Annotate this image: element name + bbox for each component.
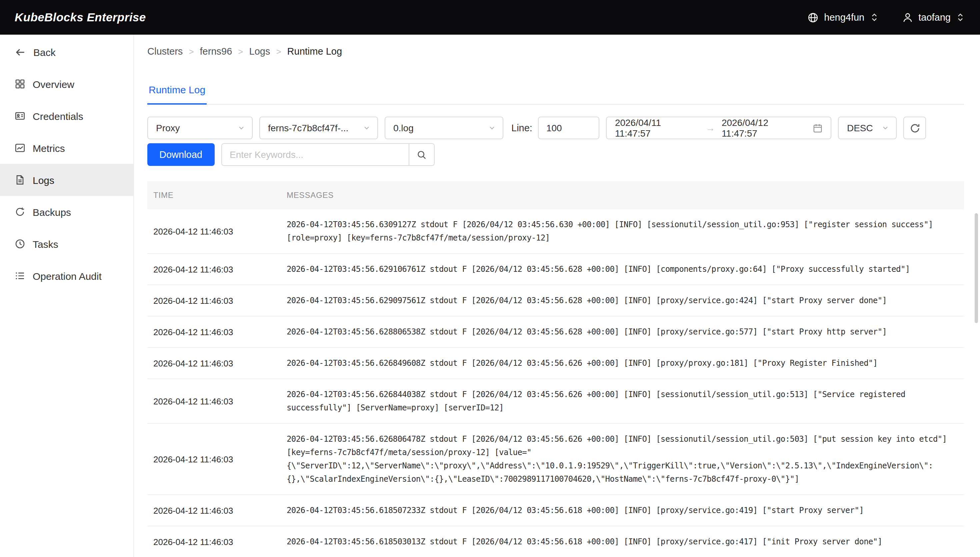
log-time-cell: 2026-04-12 11:46:03	[147, 295, 287, 306]
sort-order-value: DESC	[847, 122, 873, 133]
sidebar-item-metrics[interactable]: Metrics	[0, 132, 133, 164]
calendar-icon	[813, 123, 823, 133]
pod-select-value: ferns-7c7b8cf47f-...	[268, 122, 348, 133]
breadcrumb-separator: >	[238, 46, 243, 56]
refresh-icon	[909, 122, 921, 134]
org-name: heng4fun	[824, 12, 864, 23]
user-menu[interactable]: taofang	[902, 11, 964, 23]
action-row: Download	[147, 143, 964, 166]
table-row: 2026-04-12 11:46:03 2026-04-12T03:45:56.…	[147, 424, 964, 495]
filter-row: Proxy ferns-7c7b8cf47f-... 0.log Line:	[147, 117, 964, 139]
table-row: 2026-04-12 11:46:03 2026-04-12T03:45:56.…	[147, 254, 964, 285]
log-file-select-value: 0.log	[393, 122, 414, 133]
breadcrumb-logs[interactable]: Logs	[249, 46, 270, 57]
log-time-cell: 2026-04-12 11:46:03	[147, 396, 287, 406]
chevron-down-icon	[363, 124, 371, 132]
document-icon	[15, 174, 25, 185]
time-column-header: TIME	[147, 191, 287, 200]
log-time-cell: 2026-04-12 11:46:03	[147, 537, 287, 547]
keywords-input[interactable]	[222, 144, 408, 165]
log-time-cell: 2026-04-12 11:46:03	[147, 327, 287, 337]
component-select-value: Proxy	[156, 122, 180, 133]
tab-bar: Runtime Log	[147, 79, 964, 104]
tab-runtime-log[interactable]: Runtime Log	[147, 79, 207, 104]
line-count-input[interactable]	[538, 117, 600, 139]
sidebar-nav: Overview Credentials	[0, 68, 133, 292]
date-range-picker[interactable]: 2026/04/11 11:47:57 → 2026/04/12 11:47:5…	[607, 117, 832, 139]
org-selector[interactable]: heng4fun	[807, 11, 878, 23]
user-icon	[902, 11, 913, 23]
log-message-cell: 2026-04-12T03:45:56.629097561Z stdout F …	[287, 294, 964, 307]
main-content: Clusters > ferns96 > Logs > Runtime Log …	[134, 35, 980, 557]
scrollbar-thumb[interactable]	[975, 213, 978, 323]
sidebar-item-tasks[interactable]: Tasks	[0, 228, 133, 260]
id-card-icon	[15, 111, 25, 121]
log-time-cell: 2026-04-12 11:46:03	[147, 454, 287, 464]
sidebar-item-label: Backups	[33, 206, 71, 218]
sidebar-item-backups[interactable]: Backups	[0, 196, 133, 228]
breadcrumb-runtime-log: Runtime Log	[287, 46, 342, 57]
chevron-updown-icon	[870, 13, 878, 22]
chevron-down-icon	[237, 124, 245, 132]
breadcrumb-cluster-name[interactable]: ferns96	[200, 46, 232, 57]
refresh-button[interactable]	[904, 117, 926, 139]
component-select[interactable]: Proxy	[147, 117, 253, 139]
table-row: 2026-04-12 11:46:03 2026-04-12T03:45:56.…	[147, 495, 964, 526]
messages-column-header: MESSAGES	[287, 191, 964, 200]
user-name: taofang	[918, 12, 951, 23]
pod-select[interactable]: ferns-7c7b8cf47f-...	[259, 117, 378, 139]
log-message-cell: 2026-04-12T03:45:56.626849608Z stdout F …	[287, 357, 964, 370]
brand-logo: KubeBlocks Enterprise	[15, 10, 146, 24]
list-icon	[15, 270, 25, 281]
sidebar-item-label: Tasks	[33, 238, 58, 249]
grid-icon	[15, 79, 25, 89]
sidebar-item-logs[interactable]: Logs	[0, 164, 133, 196]
log-time-cell: 2026-04-12 11:46:03	[147, 358, 287, 368]
breadcrumb-separator: >	[276, 46, 281, 56]
table-row: 2026-04-12 11:46:03 2026-04-12T03:45:56.…	[147, 379, 964, 424]
log-time-cell: 2026-04-12 11:46:03	[147, 226, 287, 236]
sidebar-item-label: Metrics	[33, 142, 65, 153]
sort-order-select[interactable]: DESC	[838, 117, 897, 139]
log-time-cell: 2026-04-12 11:46:03	[147, 505, 287, 515]
clock-icon	[15, 239, 25, 249]
arrow-left-icon	[15, 46, 26, 58]
sidebar-item-overview[interactable]: Overview	[0, 68, 133, 100]
log-time-cell: 2026-04-12 11:46:03	[147, 264, 287, 274]
table-row: 2026-04-12 11:46:03 2026-04-12T03:45:56.…	[147, 316, 964, 348]
log-table: TIME MESSAGES 2026-04-12 11:46:03 2026-0…	[147, 181, 964, 557]
chevron-down-icon	[488, 124, 496, 132]
log-message-cell: 2026-04-12T03:45:56.626844038Z stdout F …	[287, 388, 964, 414]
log-file-select[interactable]: 0.log	[385, 117, 503, 139]
breadcrumb-separator: >	[189, 46, 194, 56]
chevron-down-icon	[882, 124, 890, 132]
sidebar-item-credentials[interactable]: Credentials	[0, 100, 133, 132]
log-message-cell: 2026-04-12T03:45:56.628806538Z stdout F …	[287, 325, 964, 339]
date-to-value: 2026/04/12 11:47:57	[722, 117, 806, 138]
sidebar-item-label: Overview	[33, 78, 74, 90]
topbar: KubeBlocks Enterprise heng4fun	[0, 0, 980, 35]
sidebar-item-label: Operation Audit	[33, 270, 102, 282]
log-message-cell: 2026-04-12T03:45:56.6309127Z stdout F [2…	[287, 218, 964, 244]
breadcrumb: Clusters > ferns96 > Logs > Runtime Log	[147, 44, 964, 59]
back-label: Back	[33, 46, 55, 58]
sidebar-item-label: Logs	[33, 174, 54, 186]
breadcrumb-clusters[interactable]: Clusters	[147, 46, 183, 57]
globe-icon	[807, 11, 819, 23]
restore-icon	[15, 207, 25, 217]
chart-icon	[15, 143, 25, 153]
log-table-header: TIME MESSAGES	[147, 181, 964, 209]
date-from-value: 2026/04/11 11:47:57	[615, 117, 699, 138]
table-row: 2026-04-12 11:46:03 2026-04-12T03:45:56.…	[147, 526, 964, 557]
app-root: KubeBlocks Enterprise heng4fun	[0, 0, 980, 557]
log-message-cell: 2026-04-12T03:45:56.626806478Z stdout F …	[287, 432, 964, 486]
search-button[interactable]	[408, 144, 434, 165]
download-button[interactable]: Download	[147, 143, 214, 166]
chevron-updown-icon	[957, 13, 964, 22]
table-row: 2026-04-12 11:46:03 2026-04-12T03:45:56.…	[147, 348, 964, 379]
range-arrow-icon: →	[706, 122, 715, 133]
back-button[interactable]: Back	[0, 36, 133, 68]
log-message-cell: 2026-04-12T03:45:56.618507233Z stdout F …	[287, 504, 964, 517]
sidebar-item-operation-audit[interactable]: Operation Audit	[0, 260, 133, 292]
line-label: Line:	[511, 122, 532, 133]
